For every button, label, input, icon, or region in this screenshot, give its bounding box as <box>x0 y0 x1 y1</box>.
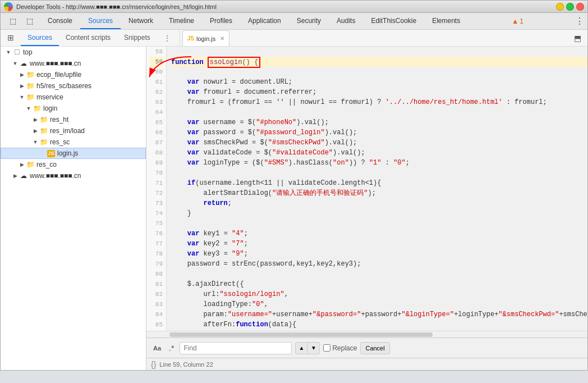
tree-label-res-sc: res_sc <box>50 138 70 146</box>
nav-timeline[interactable]: Timeline <box>161 13 202 29</box>
replace-checkbox[interactable] <box>323 344 330 352</box>
tree-label-login-js: login.js <box>57 149 78 157</box>
close-button[interactable] <box>576 3 584 11</box>
tree-arrow: ▼ <box>12 61 19 66</box>
code-line-81: $.ajaxDirect({ <box>171 279 587 289</box>
js-file-icon: JS <box>47 150 55 157</box>
code-line-66: var password = $("#password_login").val(… <box>171 127 587 138</box>
tree-item-www2[interactable]: ▶ ☁ www.■■■.■■■.cn <box>1 170 146 181</box>
code-line-65: var username = $("#phoneNo").val(); <box>171 117 587 127</box>
tree-item-res-co[interactable]: ▶ 📁 res_co <box>1 159 146 170</box>
tab-sources[interactable]: Sources <box>21 30 59 46</box>
tree-item-ecop[interactable]: ▶ 📁 ecop_file/upfile <box>1 69 146 80</box>
file-tree[interactable]: ▼ ☐ top ▼ ☁ www.■■■.■■■.cn ▶ 📁 ecop_file… <box>1 47 146 370</box>
line-numbers: 58 59 60 61 62 63 64 65 66 67 68 69 70 7… <box>146 47 167 331</box>
left-panel: ▼ ☐ top ▼ ☁ www.■■■.■■■.cn ▶ 📁 ecop_file… <box>1 47 146 370</box>
code-line-82: url:"ssologin/login", <box>171 289 587 299</box>
regex-button[interactable]: .* <box>167 343 176 354</box>
tree-item-h5[interactable]: ▶ 📁 h5/res_sc/baseres <box>1 80 146 92</box>
find-input[interactable] <box>180 342 292 354</box>
cancel-find-button[interactable]: Cancel <box>360 342 389 354</box>
back-button[interactable]: ⬚ <box>5 13 21 29</box>
code-line-76: var key1 = "4"; <box>171 229 587 239</box>
horizontal-scrollbar[interactable] <box>146 331 587 338</box>
tree-label-mservice: mservice <box>36 93 63 101</box>
tree-arrow: ▶ <box>32 117 39 122</box>
code-line-77: var key2 = "7"; <box>171 239 587 249</box>
tree-arrow: ▶ <box>19 162 25 167</box>
match-case-button[interactable]: Aa <box>151 344 163 353</box>
nav-left-icons: ⬚ ⬚ <box>3 13 40 29</box>
nav-editthiscookie[interactable]: EditThisCookie <box>363 13 424 29</box>
nav-sources[interactable]: Sources <box>80 13 121 29</box>
tree-arrow: ▼ <box>25 106 32 111</box>
find-next-button[interactable]: ▼ <box>307 342 320 354</box>
tab-snippets[interactable]: Snippets <box>117 30 157 46</box>
status-bar: {} Line 59, Column 22 <box>146 358 587 370</box>
cursor-position: Line 59, Column 22 <box>159 361 213 368</box>
folder-icon: 📁 <box>26 71 34 79</box>
code-line-59: function ssoLogin() { <box>171 57 587 67</box>
nav-elements[interactable]: Elements <box>424 13 468 29</box>
cloud-icon: ☁ <box>20 172 27 180</box>
nav-console[interactable]: Console <box>40 13 80 29</box>
js-file-icon: JS <box>187 35 194 42</box>
code-area[interactable]: 58 59 60 61 62 63 64 65 66 67 68 69 70 7… <box>146 47 587 331</box>
code-line-60 <box>171 67 587 77</box>
maximize-button[interactable] <box>566 3 574 11</box>
dock-button[interactable]: ⬒ <box>569 30 585 46</box>
file-tab-login-js[interactable]: JS login.js ✕ <box>182 30 229 46</box>
tree-arrow: ▼ <box>19 94 25 100</box>
tree-label-res-ht: res_ht <box>50 116 68 124</box>
nav-application[interactable]: Application <box>240 13 289 29</box>
main-content: ▼ ☐ top ▼ ☁ www.■■■.■■■.cn ▶ 📁 ecop_file… <box>1 47 587 370</box>
more-tabs-button[interactable]: ⋮ <box>159 30 175 46</box>
nav-network[interactable]: Network <box>121 13 161 29</box>
forward-button[interactable]: ⬚ <box>22 13 38 29</box>
replace-label: Replace <box>332 344 357 352</box>
code-line-58 <box>171 47 587 57</box>
second-bar: ⊞ Sources Content scripts Snippets ⋮ JS … <box>1 30 587 47</box>
tree-item-login-js[interactable]: JS login.js <box>1 148 146 159</box>
code-line-78: var key3 = "9"; <box>171 249 587 259</box>
window-controls <box>556 3 584 11</box>
code-line-80 <box>171 269 587 279</box>
nav-audits[interactable]: Audits <box>329 13 363 29</box>
format-icon: {} <box>151 360 156 369</box>
h-scroll-thumb[interactable] <box>169 332 433 337</box>
tree-item-www1[interactable]: ▼ ☁ www.■■■.■■■.cn <box>1 58 146 69</box>
code-line-68: var validateCode = $("#validateCode").va… <box>171 148 587 158</box>
tree-item-res-ht[interactable]: ▶ 📁 res_ht <box>1 114 146 125</box>
tree-item-res-im[interactable]: ▶ 📁 res_im/load <box>1 125 146 136</box>
second-bar-right: ⬒ <box>569 30 587 46</box>
folder-icon: ☐ <box>13 48 21 56</box>
find-bar: Aa .* ▲ ▼ Replace Cancel <box>146 338 587 358</box>
more-button[interactable]: ⋮ <box>572 13 587 29</box>
tree-item-res-sc[interactable]: ▼ 📁 res_sc <box>1 136 146 148</box>
code-line-69: var loginType = ($("#SMS").hasClass("on"… <box>171 158 587 168</box>
code-line-83: loadingType:"0", <box>171 299 587 309</box>
replace-checkbox-label[interactable]: Replace <box>323 344 357 352</box>
nav-security[interactable]: Security <box>289 13 329 29</box>
devtools-window: Developer Tools - http://www.■■■.■■■.cn/… <box>0 0 588 371</box>
find-prev-button[interactable]: ▲ <box>295 342 307 354</box>
tree-label-res-co: res_co <box>36 161 57 168</box>
tree-arrow: ▶ <box>19 72 25 77</box>
tree-item-top[interactable]: ▼ ☐ top <box>1 47 146 58</box>
nav-profiles[interactable]: Profiles <box>202 13 240 29</box>
code-line-84: param:"username="+username+"&password="+… <box>171 309 587 320</box>
cloud-icon: ☁ <box>20 60 27 67</box>
code-line-61: var nowurl = document.URL; <box>171 77 587 87</box>
file-tab-close[interactable]: ✕ <box>220 35 224 42</box>
tree-label-res-im: res_im/load <box>50 127 85 135</box>
warning-icon: ▲ <box>512 17 518 25</box>
sidebar-toggle[interactable]: ⊞ <box>3 30 19 45</box>
title-bar: Developer Tools - http://www.■■■.■■■.cn/… <box>1 1 587 13</box>
code-line-67: var smsCheckPwd = $("#smsCheckPwd").val(… <box>171 138 587 148</box>
folder-icon: 📁 <box>40 138 48 146</box>
tree-label-ecop: ecop_file/upfile <box>36 71 81 79</box>
tree-item-login[interactable]: ▼ 📁 login <box>1 103 146 114</box>
tree-item-mservice[interactable]: ▼ 📁 mservice <box>1 92 146 103</box>
minimize-button[interactable] <box>556 3 564 11</box>
tab-content-scripts[interactable]: Content scripts <box>59 30 117 46</box>
